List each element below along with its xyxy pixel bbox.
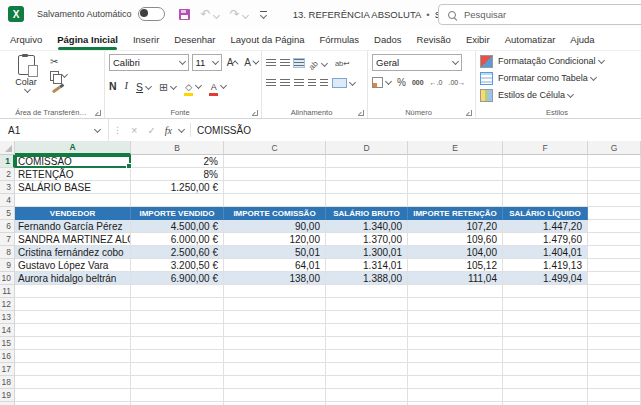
cell-G10[interactable] (588, 272, 641, 285)
decrease-indent-button[interactable] (308, 79, 316, 87)
format-painter-button[interactable] (50, 84, 67, 95)
clipboard-dialog-launcher[interactable] (95, 110, 101, 116)
save-icon[interactable] (179, 9, 190, 20)
conditional-formatting-button[interactable]: Formatação Condicional (480, 54, 640, 68)
cell-B5[interactable]: IMPORTE VENDIDO (131, 207, 224, 220)
column-header-C[interactable]: C (224, 141, 326, 155)
cell-D15[interactable] (326, 337, 408, 350)
cell-E4[interactable] (408, 194, 503, 207)
row-header-2[interactable]: 2 (0, 168, 15, 181)
cell-E6[interactable]: 107,20 (408, 220, 503, 233)
cell-F4[interactable] (503, 194, 588, 207)
cell-A7[interactable]: SANDRA MARTINEZ ALONSO (15, 233, 131, 246)
autosave-toggle[interactable] (138, 7, 165, 21)
cell-B3[interactable]: 1.250,00 € (131, 181, 224, 194)
cell-B12[interactable] (131, 298, 224, 311)
cell-D19[interactable] (326, 389, 408, 402)
bold-button[interactable]: N (109, 80, 117, 92)
font-dialog-launcher[interactable] (252, 110, 258, 116)
number-dialog-launcher[interactable] (466, 110, 472, 116)
align-middle-button[interactable] (280, 59, 290, 67)
row-header-7[interactable]: 7 (0, 233, 15, 246)
cell-B10[interactable]: 6.900,00 € (131, 272, 224, 285)
cell-F16[interactable] (503, 350, 588, 363)
column-header-G[interactable]: G (588, 141, 641, 155)
cell-A19[interactable] (15, 389, 131, 402)
cell-E2[interactable] (408, 168, 503, 181)
cell-F17[interactable] (503, 363, 588, 376)
row-header-16[interactable]: 16 (0, 350, 15, 363)
align-right-button[interactable] (294, 79, 304, 87)
orientation-button[interactable]: ab (308, 54, 327, 72)
cell-C15[interactable] (224, 337, 326, 350)
cell-F11[interactable] (503, 285, 588, 298)
row-header-14[interactable]: 14 (0, 324, 15, 337)
cell-F15[interactable] (503, 337, 588, 350)
cell-F18[interactable] (503, 376, 588, 389)
cell-D16[interactable] (326, 350, 408, 363)
cell-G4[interactable] (588, 194, 641, 207)
cell-E15[interactable] (408, 337, 503, 350)
tab-layout-da-p-gina[interactable]: Layout da Página (231, 34, 305, 45)
cell-C8[interactable]: 50,01 (224, 246, 326, 259)
wrap-text-button[interactable]: ab↩ (335, 59, 350, 68)
cell-G15[interactable] (588, 337, 641, 350)
cell-F19[interactable] (503, 389, 588, 402)
column-header-E[interactable]: E (408, 141, 503, 155)
column-header-A[interactable]: A (15, 141, 131, 155)
cell-D5[interactable]: SALÁRIO BRUTO (326, 207, 408, 220)
cell-B1[interactable]: 2% (131, 155, 224, 168)
column-header-B[interactable]: B (131, 141, 224, 155)
cell-E9[interactable]: 105,12 (408, 259, 503, 272)
cell-C13[interactable] (224, 311, 326, 324)
cell-B16[interactable] (131, 350, 224, 363)
cell-A9[interactable]: Gustavo López Vara (15, 259, 131, 272)
cell-G18[interactable] (588, 376, 641, 389)
cell-F1[interactable] (503, 155, 588, 168)
search-input[interactable]: Pesquisar (438, 4, 641, 25)
cell-B19[interactable] (131, 389, 224, 402)
row-header-10[interactable]: 10 (0, 272, 15, 285)
cancel-button[interactable]: × (131, 124, 137, 136)
cell-G12[interactable] (588, 298, 641, 311)
cell-G1[interactable] (588, 155, 641, 168)
accounting-format-button[interactable] (372, 77, 391, 88)
cell-F2[interactable] (503, 168, 588, 181)
cell-E3[interactable] (408, 181, 503, 194)
cell-E7[interactable]: 109,60 (408, 233, 503, 246)
underline-button[interactable]: S (136, 77, 151, 95)
row-header-5[interactable]: 5 (0, 207, 15, 220)
cell-B14[interactable] (131, 324, 224, 337)
align-top-button[interactable] (266, 59, 276, 67)
row-header-19[interactable]: 19 (0, 389, 15, 402)
cell-G6[interactable] (588, 220, 641, 233)
cell-B11[interactable] (131, 285, 224, 298)
cell-F12[interactable] (503, 298, 588, 311)
align-bottom-button[interactable] (294, 59, 304, 67)
row-header-9[interactable]: 9 (0, 259, 15, 272)
row-header-18[interactable]: 18 (0, 376, 15, 389)
cell-F10[interactable]: 1.499,04 (503, 272, 588, 285)
cell-C18[interactable] (224, 376, 326, 389)
cell-D7[interactable]: 1.370,00 (326, 233, 408, 246)
tab-revis-o[interactable]: Revisão (417, 34, 451, 45)
cell-B4[interactable] (131, 194, 224, 207)
cell-E18[interactable] (408, 376, 503, 389)
enter-button[interactable]: ✓ (147, 125, 155, 136)
decrease-decimal-button[interactable]: .00→ (448, 79, 465, 86)
cell-G3[interactable] (588, 181, 641, 194)
cell-E11[interactable] (408, 285, 503, 298)
cell-A2[interactable]: RETENÇÃO (15, 168, 131, 181)
cell-B6[interactable]: 4.500,00 € (131, 220, 224, 233)
quick-access-toolbar-button[interactable] (260, 11, 267, 18)
format-as-table-button[interactable]: Formatar como Tabela (480, 71, 640, 85)
cell-C10[interactable]: 138,00 (224, 272, 326, 285)
cell-D6[interactable]: 1.340,00 (326, 220, 408, 233)
cell-D8[interactable]: 1.300,01 (326, 246, 408, 259)
cell-A6[interactable]: Fernando García Pérez (15, 220, 131, 233)
paste-button[interactable]: Colar (8, 54, 44, 105)
cell-E17[interactable] (408, 363, 503, 376)
tab-ajuda[interactable]: Ajuda (570, 34, 594, 45)
cell-G2[interactable] (588, 168, 641, 181)
font-size-combo[interactable]: 11 (192, 54, 222, 71)
